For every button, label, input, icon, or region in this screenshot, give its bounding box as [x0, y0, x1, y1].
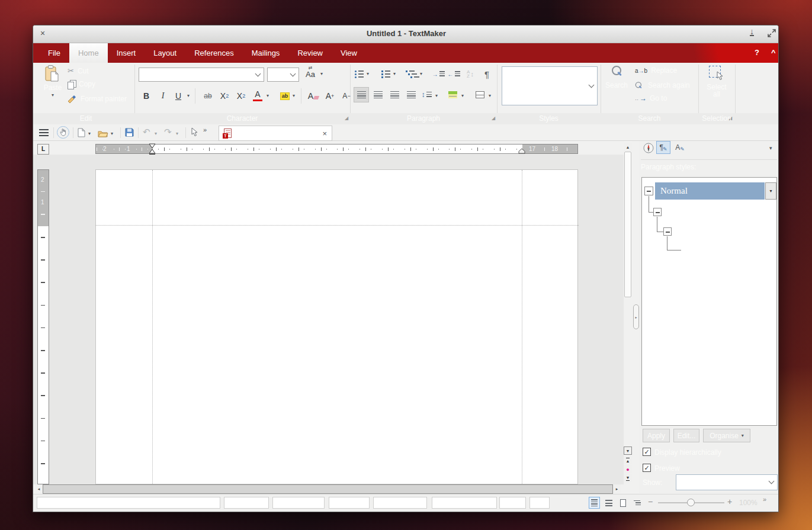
underline-button[interactable]: U [171, 88, 186, 104]
character-styles-tab-button[interactable]: A ✎ [673, 142, 686, 153]
tree-expander[interactable] [644, 187, 653, 195]
numbered-list-dropdown-icon[interactable]: ▾ [393, 72, 396, 76]
chevron-down-icon[interactable] [589, 82, 595, 88]
bullet-list-button[interactable] [352, 67, 365, 81]
search-again-button[interactable]: Search again [635, 80, 690, 91]
copy-button[interactable]: Copy [68, 80, 95, 88]
document-tab[interactable]: T × [219, 126, 332, 141]
tab-mailings[interactable]: Mailings [243, 43, 289, 63]
font-color-dropdown-icon[interactable]: ▾ [267, 94, 269, 98]
save-button[interactable] [125, 128, 134, 139]
tab-references[interactable]: References [185, 43, 242, 63]
select-all-button[interactable]: Select all [701, 66, 732, 98]
sidebar-splitter-handle[interactable]: ▸ [633, 304, 639, 329]
style-item-normal[interactable]: Normal [655, 182, 765, 200]
tab-review[interactable]: Review [288, 43, 332, 63]
document-page[interactable] [95, 169, 578, 484]
page-view-button[interactable] [589, 497, 600, 509]
font-color-button[interactable]: A [250, 87, 265, 104]
display-hierarchically-checkbox[interactable]: ✓ [643, 448, 651, 456]
outline-view-button[interactable] [631, 497, 643, 509]
scroll-right-button[interactable]: ▸ [613, 484, 621, 494]
new-document-button[interactable] [78, 128, 85, 140]
style-combo[interactable] [502, 66, 598, 105]
tree-expander[interactable] [653, 208, 662, 216]
bullet-list-dropdown-icon[interactable]: ▾ [367, 72, 369, 76]
tab-home[interactable]: Home [69, 43, 108, 63]
numbered-list-button[interactable] [379, 67, 392, 81]
replace-button[interactable]: a→b Replace [635, 66, 677, 75]
borders-dropdown-icon[interactable]: ▾ [489, 94, 491, 98]
styles-list[interactable]: Normal ▾ [641, 177, 777, 426]
cut-button[interactable]: ✂ Cut [68, 66, 89, 75]
align-left-button[interactable] [354, 87, 369, 102]
vertical-scrollbar-thumb[interactable] [624, 152, 631, 297]
new-document-dropdown-icon[interactable]: ▾ [88, 131, 91, 136]
tree-expander[interactable] [663, 227, 672, 236]
search-button[interactable]: Search [603, 66, 630, 89]
scroll-left-button[interactable]: ◂ [35, 484, 43, 494]
sidebar-menu-dropdown-icon[interactable]: ▾ [769, 146, 772, 151]
open-button[interactable] [98, 129, 108, 140]
format-painter-button[interactable]: Format painter [68, 95, 127, 103]
tab-stop-selector[interactable]: L [37, 144, 49, 155]
formatting-marks-button[interactable]: ¶ [480, 67, 494, 81]
title-bar[interactable]: × Untitled 1 - TextMaker ↓ [33, 25, 779, 43]
object-mode-button[interactable] [191, 127, 198, 139]
paragraph-styles-tab-button[interactable]: ¶ ✎ [656, 141, 670, 154]
fullpage-view-button[interactable] [617, 497, 628, 509]
draft-view-button[interactable] [603, 497, 614, 509]
chevron-down-icon[interactable] [769, 478, 775, 484]
indent-marker[interactable] [149, 143, 156, 154]
undo-button[interactable]: ↶ [143, 127, 150, 137]
decrease-indent-button[interactable]: ← [447, 67, 461, 81]
zoom-slider-knob[interactable] [687, 499, 695, 506]
scroll-down-button[interactable]: ▼ [624, 447, 632, 455]
zoom-out-button[interactable]: − [648, 497, 653, 506]
highlight-button[interactable]: ab [277, 88, 293, 104]
multilevel-list-button[interactable] [406, 67, 419, 81]
undo-dropdown-icon[interactable]: ▾ [155, 131, 157, 136]
italic-button[interactable]: I [155, 88, 171, 104]
toolbar-overflow-icon[interactable]: » [203, 126, 207, 133]
change-case-dropdown-icon[interactable]: ▾ [320, 72, 323, 76]
scroll-up-button[interactable]: ▲ [624, 143, 632, 151]
align-right-button[interactable] [387, 87, 402, 102]
grow-font-button[interactable]: A+ [322, 88, 338, 104]
character-dialog-launcher[interactable]: ◢ [345, 115, 348, 121]
horizontal-scrollbar-thumb[interactable] [43, 484, 613, 494]
browse-object-button[interactable]: ● [624, 465, 632, 473]
edit-button[interactable]: Edit... [673, 429, 699, 442]
superscript-button[interactable]: X2 [233, 88, 249, 104]
bold-button[interactable]: B [139, 88, 154, 104]
font-name-combo[interactable] [139, 68, 264, 82]
preview-checkbox[interactable]: ✓ [643, 464, 651, 472]
redo-button[interactable]: ↷ [164, 127, 172, 137]
shading-dropdown-icon[interactable]: ▾ [461, 94, 464, 98]
previous-page-button[interactable]: ▲ [624, 457, 632, 464]
clear-formatting-button[interactable]: A [306, 88, 321, 104]
collapse-ribbon-icon[interactable]: ^ [771, 48, 776, 57]
right-indent-marker[interactable] [518, 148, 525, 154]
maximize-icon[interactable] [768, 29, 776, 39]
justify-button[interactable] [403, 87, 419, 102]
multilevel-list-dropdown-icon[interactable]: ▾ [420, 72, 422, 76]
highlight-dropdown-icon[interactable]: ▾ [293, 94, 295, 98]
statusbar-overflow-icon[interactable]: » [763, 496, 766, 503]
navigator-tab-button[interactable] [643, 143, 654, 156]
line-spacing-dropdown-icon[interactable]: ▾ [435, 94, 438, 98]
zoom-in-button[interactable]: + [727, 497, 732, 506]
increase-indent-button[interactable]: → [431, 67, 445, 81]
help-icon[interactable]: ? [755, 48, 759, 57]
strikethrough-button[interactable]: ab [200, 88, 216, 104]
tab-layout[interactable]: Layout [145, 43, 185, 63]
style-item-dropdown-button[interactable]: ▾ [765, 182, 776, 200]
tab-insert[interactable]: Insert [108, 43, 145, 63]
borders-button[interactable] [472, 87, 487, 102]
open-dropdown-icon[interactable]: ▾ [111, 131, 113, 136]
shrink-font-button[interactable]: A− [339, 88, 354, 104]
redo-dropdown-icon[interactable]: ▾ [176, 131, 178, 136]
align-center-button[interactable] [370, 87, 386, 102]
paragraph-dialog-launcher[interactable]: ◢ [492, 115, 495, 121]
go-to-button[interactable]: ‥ → Go to [635, 94, 667, 102]
